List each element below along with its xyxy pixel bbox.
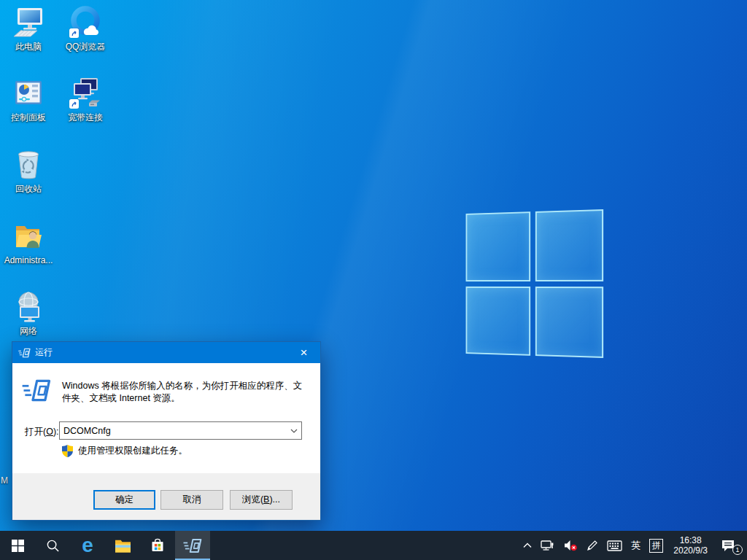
run-dialog-footer: 确定 取消 浏览(B)...	[12, 473, 320, 520]
taskbar-store-button[interactable]	[140, 531, 175, 560]
taskbar: e	[0, 531, 747, 560]
desktop-icon-label: QQ浏览器	[66, 42, 106, 52]
desktop-icon-label: 宽带连接	[68, 113, 103, 122]
run-icon	[22, 378, 51, 402]
search-icon	[46, 539, 60, 553]
desktop[interactable]: 此电脑 QQ浏览器	[0, 0, 747, 560]
network-tray-button[interactable]	[536, 531, 559, 560]
browse-button[interactable]: 浏览(B)...	[230, 490, 293, 510]
close-icon: ×	[301, 346, 308, 359]
desktop-icon-administrator-folder[interactable]: Administra...	[0, 219, 57, 265]
system-tray: 英 拼 16:38 2020/9/3 1	[519, 531, 747, 560]
windows-logo-pane	[535, 209, 603, 281]
desktop-icon-broadband-connection[interactable]: 宽带连接	[57, 76, 114, 122]
user-folder-icon	[11, 219, 46, 254]
volume-tray-button[interactable]	[559, 531, 582, 560]
shortcut-arrow-icon	[69, 28, 79, 38]
ethernet-network-icon	[541, 540, 554, 551]
run-dialog-description: Windows 将根据你所输入的名称，为你打开相应的程序、文件夹、文档或 Int…	[62, 380, 307, 405]
open-label: 打开(O):	[25, 426, 59, 438]
shortcut-arrow-icon	[69, 99, 79, 109]
clock-time: 16:38	[673, 535, 708, 546]
volume-muted-icon	[563, 540, 578, 551]
run-command-value: DCOMCnfg	[60, 426, 287, 436]
control-panel-icon	[11, 76, 46, 111]
desktop-icon-network[interactable]: 网络	[0, 289, 57, 336]
qq-browser-icon	[68, 5, 103, 40]
action-center-button[interactable]: 1	[713, 531, 743, 560]
desktop-icon-qq-browser[interactable]: QQ浏览器	[57, 5, 114, 52]
occluded-desktop-icon-label: M	[1, 475, 8, 486]
chevron-down-icon	[290, 429, 298, 433]
start-button[interactable]	[0, 531, 35, 560]
cancel-button[interactable]: 取消	[160, 490, 223, 510]
taskbar-run-button-active[interactable]	[175, 531, 210, 560]
microsoft-store-icon	[150, 538, 165, 553]
run-dialog-window: 运行 × Windows 将根据你所输入的名称，为你打开相应的程序、文件夹、文档…	[12, 341, 321, 521]
desktop-icon-this-pc[interactable]: 此电脑	[0, 5, 57, 52]
taskbar-edge-button[interactable]: e	[70, 531, 105, 560]
pen-icon	[587, 540, 598, 551]
desktop-icon-label: 网络	[20, 327, 37, 336]
taskbar-file-explorer-button[interactable]	[105, 531, 140, 560]
windows-ink-tray-button[interactable]	[582, 531, 603, 560]
clock-date: 2020/9/3	[673, 545, 708, 556]
ime-language-indicator[interactable]: 英	[627, 531, 645, 560]
run-command-combobox[interactable]: DCOMCnfg	[59, 421, 302, 440]
run-dialog-body: Windows 将根据你所输入的名称，为你打开相应的程序、文件夹、文档或 Int…	[12, 363, 320, 475]
broadband-connection-icon	[68, 76, 103, 111]
combobox-dropdown-button[interactable]	[287, 429, 301, 433]
desktop-icon-label: Administra...	[4, 256, 53, 265]
run-icon	[183, 538, 202, 553]
ok-button[interactable]: 确定	[93, 490, 155, 510]
windows-logo-pane	[466, 286, 530, 355]
this-pc-icon	[11, 5, 46, 40]
desktop-icon-label: 此电脑	[15, 42, 42, 52]
run-dialog-titlebar[interactable]: 运行 ×	[12, 342, 320, 363]
close-button[interactable]: ×	[287, 342, 320, 363]
wallpaper-windows-logo	[466, 209, 604, 358]
network-icon	[11, 289, 46, 324]
taskbar-clock[interactable]: 16:38 2020/9/3	[667, 531, 713, 560]
admin-note-row: 使用管理权限创建此任务。	[62, 445, 187, 457]
notification-badge: 1	[732, 545, 743, 555]
ime-mode-indicator[interactable]: 拼	[645, 531, 667, 560]
edge-icon: e	[82, 535, 93, 556]
desktop-icon-label: 回收站	[15, 184, 42, 194]
file-explorer-icon	[115, 538, 131, 553]
windows-start-icon	[12, 540, 24, 552]
desktop-icon-label: 控制面板	[11, 113, 46, 122]
windows-logo-pane	[466, 211, 530, 281]
touch-keyboard-icon	[607, 540, 622, 551]
show-hidden-icons-button[interactable]	[519, 531, 536, 560]
run-window-icon	[18, 348, 31, 358]
chevron-up-icon	[523, 542, 532, 548]
admin-note-text: 使用管理权限创建此任务。	[78, 445, 187, 457]
recycle-bin-icon	[11, 147, 46, 182]
desktop-icon-control-panel[interactable]: 控制面板	[0, 76, 57, 122]
desktop-icon-recycle-bin[interactable]: 回收站	[0, 147, 57, 194]
uac-shield-icon	[62, 445, 73, 457]
windows-logo-pane	[535, 287, 603, 359]
touch-keyboard-tray-button[interactable]	[603, 531, 627, 560]
run-dialog-title: 运行	[35, 346, 53, 359]
taskbar-search-button[interactable]	[35, 531, 70, 560]
